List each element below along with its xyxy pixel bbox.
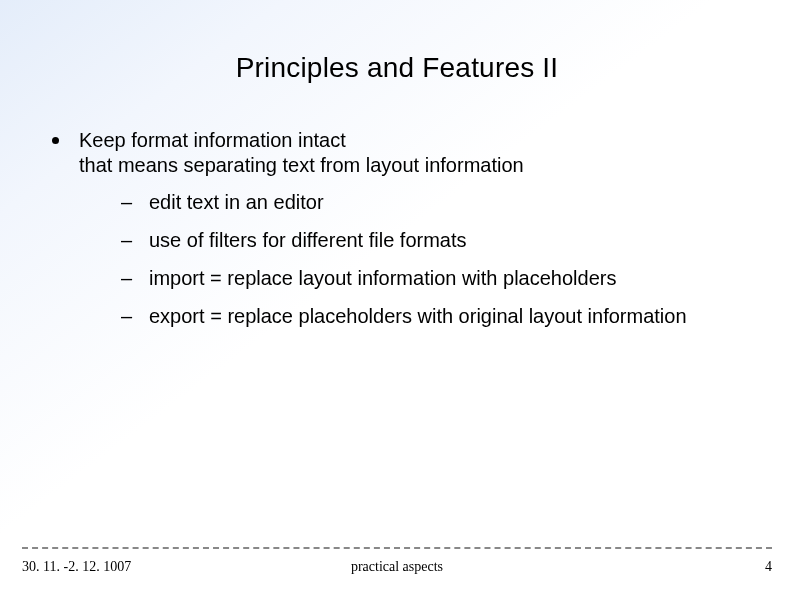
footer-page-number: 4 xyxy=(765,559,772,575)
footer-divider xyxy=(22,547,772,549)
sub-item: – edit text in an editor xyxy=(121,190,742,215)
sub-item: – use of filters for different file form… xyxy=(121,228,742,253)
sub-list: – edit text in an editor – use of filter… xyxy=(79,190,742,329)
slide-body: Keep format information intactthat means… xyxy=(52,128,742,348)
dash-icon: – xyxy=(121,228,133,253)
slide: Principles and Features II Keep format i… xyxy=(0,0,794,595)
dash-icon: – xyxy=(121,190,133,215)
sub-item: – export = replace placeholders with ori… xyxy=(121,304,742,329)
bullet-dot-icon xyxy=(52,137,59,144)
dash-icon: – xyxy=(121,266,133,291)
slide-footer: 30. 11. -2. 12. 1007 practical aspects 4 xyxy=(22,559,772,575)
bullet-text: Keep format information intactthat means… xyxy=(79,128,742,342)
dash-icon: – xyxy=(121,304,133,329)
bullet-item: Keep format information intactthat means… xyxy=(52,128,742,342)
bullet-line-1: Keep format information intactthat means… xyxy=(79,129,524,176)
sub-text: edit text in an editor xyxy=(149,190,742,215)
sub-text: export = replace placeholders with origi… xyxy=(149,304,742,329)
sub-text: use of filters for different file format… xyxy=(149,228,742,253)
footer-subject: practical aspects xyxy=(22,559,772,575)
slide-title: Principles and Features II xyxy=(0,52,794,84)
sub-text: import = replace layout information with… xyxy=(149,266,742,291)
sub-item: – import = replace layout information wi… xyxy=(121,266,742,291)
footer-date: 30. 11. -2. 12. 1007 xyxy=(22,559,131,575)
